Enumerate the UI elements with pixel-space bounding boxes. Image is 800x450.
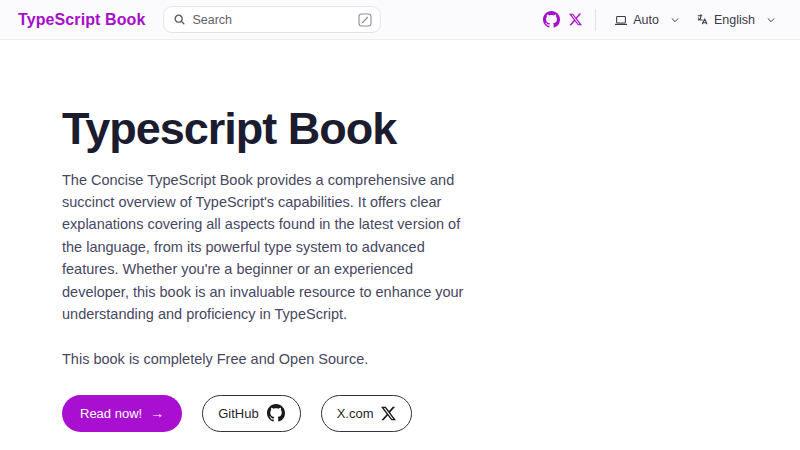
laptop-icon xyxy=(614,13,628,27)
appearance-toggle[interactable]: Auto xyxy=(606,0,688,39)
chevron-down-icon xyxy=(766,15,776,25)
github-button-label: GitHub xyxy=(218,406,258,421)
x-icon xyxy=(569,13,582,26)
hero-section: Typescript Book The Concise TypeScript B… xyxy=(0,40,800,432)
translate-icon xyxy=(696,13,709,26)
x-icon xyxy=(381,406,396,421)
xcom-button[interactable]: X.com xyxy=(321,395,413,432)
hero-description: The Concise TypeScript Book provides a c… xyxy=(62,169,464,326)
arrow-right-icon: → xyxy=(150,406,164,420)
site-logo[interactable]: TypeScript Book xyxy=(18,11,145,29)
hero-tagline: This book is completely Free and Open So… xyxy=(62,348,760,370)
xcom-button-label: X.com xyxy=(337,406,374,421)
github-link[interactable] xyxy=(539,8,563,32)
read-now-button[interactable]: Read now! → xyxy=(62,395,182,432)
hero-actions: Read now! → GitHub X.com xyxy=(62,395,760,432)
x-link[interactable] xyxy=(563,8,587,32)
language-label: English xyxy=(714,13,755,27)
github-icon xyxy=(267,404,285,422)
search-input[interactable] xyxy=(192,13,352,27)
search-box[interactable] xyxy=(163,6,381,33)
github-icon xyxy=(543,11,560,28)
header-nav-right: Auto English xyxy=(539,0,784,39)
github-button[interactable]: GitHub xyxy=(202,395,300,432)
header-divider xyxy=(595,9,596,31)
page-title: Typescript Book xyxy=(62,104,760,154)
appearance-label: Auto xyxy=(633,13,659,27)
site-header: TypeScript Book Auto xyxy=(0,0,800,40)
slash-key-icon xyxy=(358,13,372,27)
language-select[interactable]: English xyxy=(688,0,784,39)
search-icon xyxy=(173,13,186,26)
read-now-label: Read now! xyxy=(80,406,142,421)
chevron-down-icon xyxy=(670,15,680,25)
